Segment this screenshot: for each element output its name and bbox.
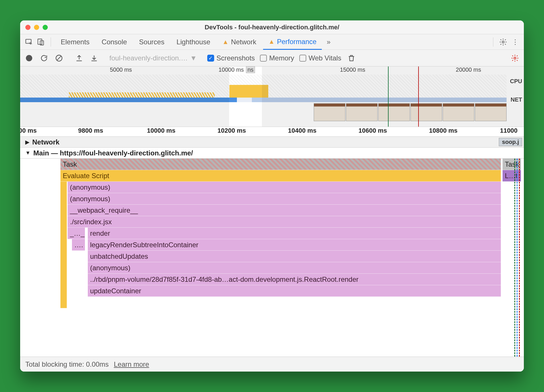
flame-task[interactable]: Task: [503, 159, 521, 170]
marker-load: [519, 159, 520, 357]
footer: Total blocking time: 0.00ms Learn more: [20, 357, 524, 372]
more-tabs-icon[interactable]: »: [324, 37, 334, 47]
flame-frame[interactable]: ./src/index.jsx: [68, 216, 501, 228]
memory-checkbox[interactable]: Memory: [260, 54, 294, 62]
timeline-overview[interactable]: 5000 ms 10000 ms ns 15000 ms 20000 ms CP…: [20, 66, 524, 127]
tab-sources[interactable]: Sources: [134, 34, 170, 50]
reload-icon[interactable]: [39, 53, 49, 63]
detail-ruler[interactable]: 00 ms 9800 ms 10000 ms 10200 ms 10400 ms…: [20, 127, 524, 137]
trash-icon[interactable]: [347, 53, 356, 63]
settings-icon[interactable]: [498, 37, 508, 47]
flame-frame[interactable]: unbatchedUpdates: [88, 251, 501, 262]
flame-task[interactable]: Task: [60, 159, 501, 170]
webvitals-checkbox[interactable]: Web Vitals: [299, 54, 341, 62]
network-request-pill[interactable]: soop.j: [499, 138, 522, 146]
tab-lighthouse[interactable]: Lighthouse: [171, 34, 215, 50]
flame-frame[interactable]: (anonymous): [68, 193, 501, 205]
main-tabs: Elements Console Sources Lighthouse ▲Net…: [20, 34, 524, 50]
flame-frame[interactable]: (anonymous): [68, 182, 501, 193]
flame-evaluate-script[interactable]: Evaluate Script: [60, 170, 501, 182]
warning-icon: ▲: [222, 38, 229, 46]
flame-frame[interactable]: render: [88, 228, 501, 239]
perf-toolbar: foul-heavenly-direction.… ▼ ✓Screenshots…: [20, 50, 524, 66]
main-section[interactable]: ▼ Main — https://foul-heavenly-direction…: [20, 148, 524, 159]
tab-performance[interactable]: ▲Performance: [263, 34, 322, 50]
kebab-icon[interactable]: ⋮: [510, 37, 520, 47]
network-section[interactable]: ▶ Network soop.j: [20, 137, 524, 148]
tab-elements[interactable]: Elements: [56, 34, 95, 50]
chevron-down-icon: ▼: [190, 54, 197, 62]
warning-icon: ▲: [268, 38, 275, 45]
flame-layout[interactable]: L…t: [503, 170, 521, 182]
capture-settings-icon[interactable]: [510, 53, 520, 63]
svg-point-5: [514, 57, 516, 59]
flame-frame[interactable]: updateContainer: [88, 285, 501, 297]
tab-console[interactable]: Console: [96, 34, 132, 50]
screenshots-checkbox[interactable]: ✓Screenshots: [207, 54, 255, 62]
flame-chart[interactable]: Task Task Evaluate Script L…t (anonymous…: [20, 159, 524, 357]
tab-network[interactable]: ▲Network: [217, 34, 262, 50]
tbt-label: Total blocking time: 0.00ms: [25, 360, 109, 368]
inspect-icon[interactable]: [24, 37, 34, 47]
window-title: DevTools - foul-heavenly-direction.glitc…: [20, 24, 524, 31]
devtools-window: DevTools - foul-heavenly-direction.glitc…: [20, 20, 524, 372]
flame-frame[interactable]: legacyRenderSubtreeIntoContainer: [88, 239, 501, 251]
record-icon[interactable]: [24, 53, 34, 63]
upload-icon[interactable]: [74, 53, 84, 63]
titlebar: DevTools - foul-heavenly-direction.glitc…: [20, 20, 524, 34]
disclosure-down-icon: ▼: [25, 150, 31, 156]
learn-more-link[interactable]: Learn more: [114, 360, 149, 368]
flame-frame[interactable]: __webpack_require__: [68, 205, 501, 216]
disclosure-right-icon: ▶: [25, 139, 29, 145]
download-icon[interactable]: [89, 53, 99, 63]
clear-icon[interactable]: [54, 53, 64, 63]
device-toggle-icon[interactable]: [36, 37, 46, 47]
marker-fcp: [514, 159, 515, 357]
flame-frame[interactable]: ../rbd/pnpm-volume/28d7f85f-31d7-4fd8-ab…: [88, 274, 501, 285]
profile-dropdown[interactable]: foul-heavenly-direction.… ▼: [109, 54, 197, 62]
flame-frame[interactable]: (anonymous): [88, 262, 501, 274]
svg-point-3: [502, 41, 504, 43]
marker-dcl: [517, 159, 518, 357]
